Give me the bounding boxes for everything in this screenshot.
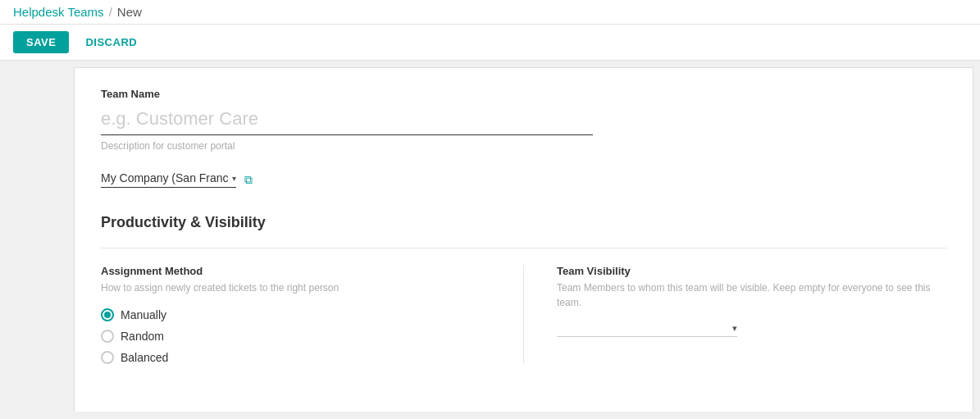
- radio-circle-random: [101, 330, 114, 343]
- company-select[interactable]: My Company (San Franc ▾: [101, 171, 236, 188]
- section-title-productivity: Productivity & Visibility: [101, 214, 946, 231]
- column-divider: [523, 265, 524, 364]
- assignment-method-col: Assignment Method How to assign newly cr…: [101, 265, 523, 364]
- assignment-radio-group: Manually Random Balanced: [101, 308, 490, 364]
- radio-label-random: Random: [121, 330, 164, 343]
- company-external-link-icon[interactable]: ⧉: [244, 173, 253, 187]
- radio-circle-balanced: [101, 351, 114, 364]
- team-visibility-col: Team Visibility Team Members to whom thi…: [557, 265, 946, 364]
- breadcrumb-separator: /: [109, 5, 112, 19]
- team-name-input[interactable]: [101, 105, 593, 135]
- radio-manually[interactable]: Manually: [101, 308, 490, 321]
- team-name-label: Team Name: [101, 88, 946, 100]
- visibility-dropdown-icon: ▾: [732, 323, 737, 334]
- radio-label-manually: Manually: [121, 308, 166, 321]
- visibility-heading: Team Visibility: [557, 265, 946, 277]
- breadcrumb-parent[interactable]: Helpdesk Teams: [13, 5, 104, 19]
- visibility-select[interactable]: ▾: [557, 323, 737, 337]
- company-dropdown-icon: ▾: [232, 174, 236, 183]
- breadcrumb-current: New: [117, 5, 142, 19]
- two-col-layout: Assignment Method How to assign newly cr…: [101, 248, 946, 364]
- main-container: Team Name Description for customer porta…: [0, 61, 980, 412]
- assignment-subtext: How to assign newly created tickets to t…: [101, 280, 490, 295]
- team-name-field: Team Name Description for customer porta…: [101, 88, 946, 152]
- discard-button[interactable]: DISCARD: [75, 31, 147, 53]
- radio-random[interactable]: Random: [101, 330, 490, 343]
- radio-circle-manually: [101, 308, 114, 321]
- toolbar: SAVE DISCARD: [0, 25, 980, 61]
- radio-balanced[interactable]: Balanced: [101, 351, 490, 364]
- form-card: Team Name Description for customer porta…: [74, 67, 973, 412]
- company-field: My Company (San Franc ▾ ⧉: [101, 171, 946, 188]
- save-button[interactable]: SAVE: [13, 31, 69, 53]
- assignment-heading: Assignment Method: [101, 265, 490, 277]
- radio-label-balanced: Balanced: [121, 351, 168, 364]
- description-placeholder: Description for customer portal: [101, 140, 946, 152]
- visibility-subtext: Team Members to whom this team will be v…: [557, 280, 946, 310]
- company-select-text: My Company (San Franc: [101, 171, 229, 184]
- breadcrumb-bar: Helpdesk Teams / New: [0, 0, 980, 25]
